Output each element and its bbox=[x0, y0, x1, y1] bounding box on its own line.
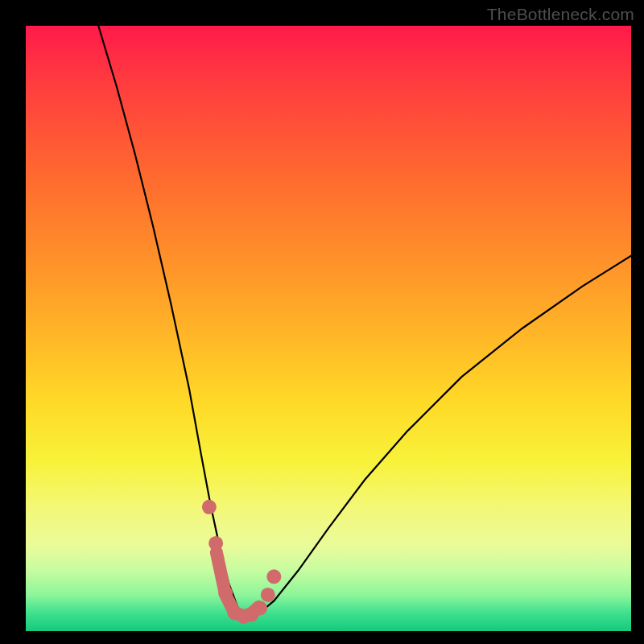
highlight-dot bbox=[266, 569, 281, 584]
highlight-dot bbox=[208, 536, 223, 551]
bottleneck-curve bbox=[98, 26, 631, 619]
chart-frame: TheBottleneck.com bbox=[0, 0, 644, 644]
highlight-dot bbox=[261, 588, 275, 602]
plot-area bbox=[26, 26, 631, 631]
bottleneck-curve-svg bbox=[26, 26, 631, 631]
curve-group bbox=[98, 26, 631, 624]
highlight-dot bbox=[218, 586, 233, 601]
highlight-dot bbox=[202, 500, 217, 514]
highlight-dot bbox=[253, 601, 267, 615]
watermark-text: TheBottleneck.com bbox=[487, 5, 634, 24]
